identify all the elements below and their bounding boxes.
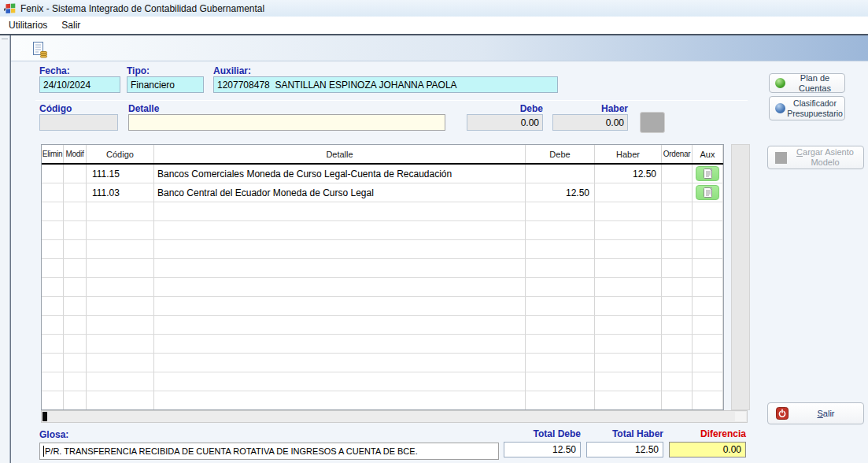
plan-de-cuentas-button[interactable]: Plan de Cuentas [769, 73, 845, 93]
text-cursor [43, 446, 44, 457]
toolbar-band [11, 35, 868, 61]
ordenar-cell [662, 354, 693, 372]
horizontal-scrollbar[interactable] [41, 410, 748, 423]
grid-header-row: Elimin Modif Código Detalle Debe Haber O… [42, 145, 723, 165]
scrollbar-thumb[interactable] [42, 412, 47, 421]
ordenar-cell [662, 391, 693, 410]
total-haber-field: 12.50 [586, 442, 663, 457]
aux-button[interactable] [696, 185, 719, 200]
clasificador-presupuestario-button[interactable]: Clasificador Presupuestario [769, 96, 845, 120]
haber-cell [595, 278, 662, 297]
table-row[interactable] [42, 259, 723, 278]
codigo-cell [87, 297, 154, 316]
codigo-cell [87, 202, 154, 221]
aux-cell [693, 183, 723, 202]
table-row[interactable] [42, 372, 723, 391]
scrollbar-right-button[interactable] [735, 412, 746, 421]
glosa-value: P/R. TRANSFERENCIA RECIBIDA DE CUENTA RO… [45, 446, 418, 456]
haber-cell [595, 372, 662, 391]
aux-cell [693, 278, 723, 297]
ordenar-cell [662, 202, 693, 221]
debe-cell [526, 259, 595, 278]
table-row[interactable] [42, 278, 723, 297]
gray-square-button[interactable] [640, 112, 665, 133]
modif-cell [64, 297, 87, 316]
ordenar-cell [662, 183, 693, 202]
detalle-cell [154, 372, 526, 391]
elimin-cell [42, 372, 64, 391]
separator-line [35, 100, 748, 101]
cargar-asiento-modelo-button[interactable]: Cargar Asiento Modelo [767, 146, 864, 169]
aux-cell [693, 354, 723, 372]
header-modif: Modif [64, 145, 87, 163]
detalle-cell [154, 221, 526, 240]
table-row[interactable] [42, 316, 723, 335]
elimin-cell [42, 354, 64, 372]
header-elimin: Elimin [42, 145, 64, 163]
fecha-input[interactable]: 24/10/2024 [39, 76, 120, 93]
header-debe: Debe [526, 145, 595, 163]
aux-cell [693, 240, 723, 259]
menu-item-utilitarios[interactable]: Utilitarios [2, 17, 54, 33]
window-title: Fenix - Sistema Integrado de Contabilida… [20, 3, 264, 14]
vertical-scrollbar[interactable] [731, 144, 750, 410]
table-row[interactable]: 111.15Bancos Comerciales Moneda de Curso… [42, 165, 723, 183]
haber-input[interactable]: 0.00 [552, 114, 628, 131]
document-icon [703, 187, 713, 198]
table-row[interactable] [42, 354, 723, 372]
aux-cell [693, 391, 723, 410]
header-aux: Aux [693, 145, 723, 163]
table-row[interactable] [42, 221, 723, 240]
detalle-input[interactable] [128, 114, 445, 131]
auxiliar-input[interactable]: 1207708478 SANTILLAN ESPINOZA JOHANNA PA… [213, 76, 558, 93]
debe-cell [526, 391, 595, 410]
fecha-label: Fecha: [39, 65, 70, 76]
left-panel-strip [0, 35, 10, 463]
table-row[interactable] [42, 240, 723, 259]
modif-cell [64, 278, 87, 297]
table-row[interactable] [42, 202, 723, 221]
codigo-input[interactable] [39, 114, 118, 131]
codigo-cell [87, 372, 154, 391]
table-row[interactable] [42, 297, 723, 316]
gray-square-icon [775, 152, 787, 164]
modif-cell [64, 259, 87, 278]
table-row[interactable]: 111.03Banco Central del Ecuador Moneda d… [42, 183, 723, 202]
haber-cell [595, 316, 662, 335]
menu-item-salir[interactable]: Salir [54, 17, 87, 33]
salir-button[interactable]: Salir [767, 402, 864, 424]
glosa-input[interactable]: P/R. TRANSFERENCIA RECIBIDA DE CUENTA RO… [39, 443, 499, 460]
auxiliar-label: Auxiliar: [213, 65, 251, 76]
haber-cell [595, 240, 662, 259]
window-frame-left [10, 35, 11, 463]
table-row[interactable] [42, 391, 723, 410]
elimin-cell [42, 165, 64, 183]
modif-cell [64, 221, 87, 240]
app-icon [3, 2, 16, 15]
ordenar-cell [662, 278, 693, 297]
haber-label: Haber [552, 103, 628, 114]
debe-cell [526, 240, 595, 259]
debe-input[interactable]: 0.00 [467, 114, 543, 131]
codigo-cell [87, 316, 154, 335]
aux-button[interactable] [696, 166, 719, 181]
diferencia-label: Diferencia [669, 428, 746, 439]
new-entry-toolbar-button[interactable] [28, 39, 50, 60]
elimin-cell [42, 202, 64, 221]
power-icon [768, 407, 789, 420]
aux-cell [693, 372, 723, 391]
menu-bar: Utilitarios Salir [0, 17, 868, 34]
codigo-cell [87, 335, 154, 354]
detalle-cell [154, 278, 526, 297]
elimin-cell [42, 297, 64, 316]
green-sphere-icon [775, 78, 785, 88]
debe-cell: 12.50 [526, 183, 595, 202]
tipo-input[interactable]: Financiero [127, 76, 204, 93]
detalle-label: Detalle [128, 103, 159, 114]
debe-cell [526, 202, 595, 221]
modif-cell [64, 372, 87, 391]
haber-cell [595, 221, 662, 240]
salir-label: Salir [789, 409, 863, 419]
debe-cell [526, 372, 595, 391]
table-row[interactable] [42, 335, 723, 354]
